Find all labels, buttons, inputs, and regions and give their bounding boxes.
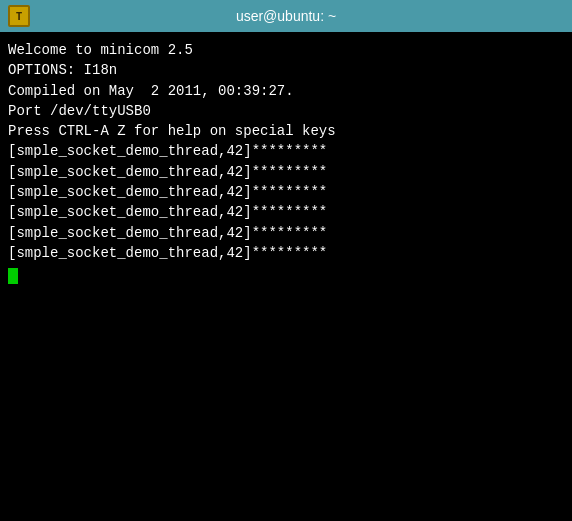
terminal-line: [smple_socket_demo_thread,42]*********	[8, 162, 564, 182]
terminal-line: [smple_socket_demo_thread,42]*********	[8, 243, 564, 263]
terminal-line: Port /dev/ttyUSB0	[8, 101, 564, 121]
terminal-cursor	[8, 268, 18, 284]
terminal-line: [smple_socket_demo_thread,42]*********	[8, 182, 564, 202]
terminal-window[interactable]: Welcome to minicom 2.5OPTIONS: I18nCompi…	[0, 32, 572, 521]
terminal-line: [smple_socket_demo_thread,42]*********	[8, 202, 564, 222]
cursor-line	[8, 263, 564, 283]
title-bar-text: user@ubuntu: ~	[236, 8, 336, 24]
terminal-line: OPTIONS: I18n	[8, 60, 564, 80]
terminal-content: Welcome to minicom 2.5OPTIONS: I18nCompi…	[8, 40, 564, 263]
terminal-line: [smple_socket_demo_thread,42]*********	[8, 141, 564, 161]
terminal-line: Compiled on May 2 2011, 00:39:27.	[8, 81, 564, 101]
title-bar: T user@ubuntu: ~	[0, 0, 572, 32]
terminal-line: Welcome to minicom 2.5	[8, 40, 564, 60]
terminal-line: Press CTRL-A Z for help on special keys	[8, 121, 564, 141]
terminal-line: [smple_socket_demo_thread,42]*********	[8, 223, 564, 243]
terminal-icon: T	[8, 5, 30, 27]
